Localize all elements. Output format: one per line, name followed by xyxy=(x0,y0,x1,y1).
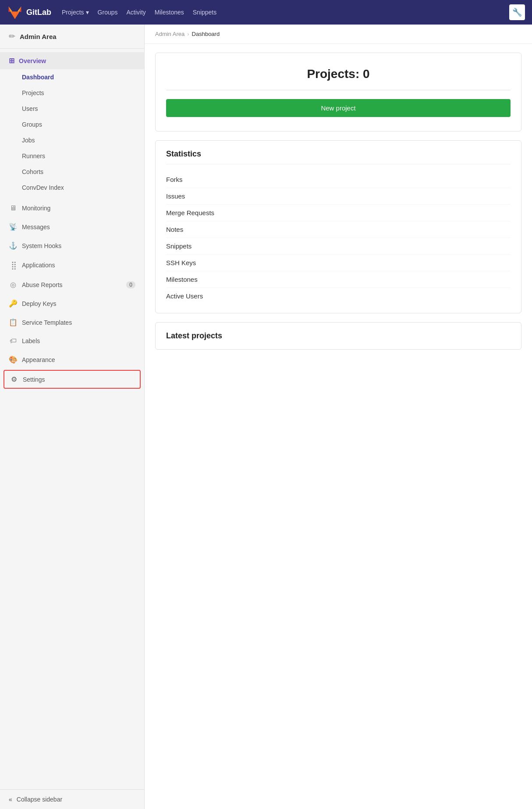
projects-count: Projects: 0 xyxy=(166,67,511,81)
sidebar-item-service-templates[interactable]: 📋 Service Templates xyxy=(0,313,144,332)
chevron-down-icon: ▾ xyxy=(86,9,89,16)
overview-icon: ⊞ xyxy=(9,57,14,65)
sidebar-item-settings[interactable]: ⚙ Settings xyxy=(4,370,141,389)
sidebar-item-applications[interactable]: ⣿ Applications xyxy=(0,255,144,275)
breadcrumb-separator: › xyxy=(187,31,189,37)
breadcrumb-current: Dashboard xyxy=(192,31,220,37)
sidebar-item-users[interactable]: Users xyxy=(0,101,144,117)
sidebar-item-labels[interactable]: 🏷 Labels xyxy=(0,332,144,350)
projects-divider xyxy=(166,90,511,90)
stats-item-notes[interactable]: Notes xyxy=(166,221,511,238)
sidebar-item-cohorts[interactable]: Cohorts xyxy=(0,164,144,180)
service-templates-icon: 📋 xyxy=(9,318,18,326)
sidebar-item-groups[interactable]: Groups xyxy=(0,117,144,132)
labels-icon: 🏷 xyxy=(9,337,18,345)
admin-icon: ✏ xyxy=(9,32,15,41)
sidebar-item-system-hooks[interactable]: ⚓ System Hooks xyxy=(0,236,144,255)
sidebar-item-appearance[interactable]: 🎨 Appearance xyxy=(0,350,144,369)
sidebar: ✏ Admin Area ⊞ Overview Dashboard Projec… xyxy=(0,25,145,809)
nav-snippets[interactable]: Snippets xyxy=(193,9,216,16)
breadcrumb-admin-link[interactable]: Admin Area xyxy=(155,31,184,37)
sidebar-item-jobs[interactable]: Jobs xyxy=(0,132,144,148)
new-project-button[interactable]: New project xyxy=(166,99,511,117)
stats-item-active-users[interactable]: Active Users xyxy=(166,288,511,304)
appearance-icon: 🎨 xyxy=(9,355,18,364)
sidebar-item-runners[interactable]: Runners xyxy=(0,148,144,164)
settings-icon: ⚙ xyxy=(10,375,18,383)
sidebar-item-abuse-reports[interactable]: ◎ Abuse Reports 0 xyxy=(0,275,144,294)
breadcrumb: Admin Area › Dashboard xyxy=(145,25,532,44)
sidebar-overview-header[interactable]: ⊞ Overview xyxy=(0,52,144,69)
sidebar-item-projects[interactable]: Projects xyxy=(0,85,144,101)
statistics-title: Statistics xyxy=(166,149,511,164)
stats-item-merge-requests[interactable]: Merge Requests xyxy=(166,205,511,221)
sidebar-item-convdev-index[interactable]: ConvDev Index xyxy=(0,180,144,195)
sidebar-item-dashboard[interactable]: Dashboard xyxy=(0,69,144,85)
nav-milestones[interactable]: Milestones xyxy=(155,9,184,16)
sidebar-admin-header: ✏ Admin Area xyxy=(0,25,144,49)
gitlab-logo[interactable]: GitLab xyxy=(7,4,51,20)
admin-wrench-button[interactable]: 🔧 xyxy=(509,4,525,20)
sidebar-admin-title: Admin Area xyxy=(20,33,57,40)
messages-icon: 📡 xyxy=(9,223,18,231)
main-layout: ✏ Admin Area ⊞ Overview Dashboard Projec… xyxy=(0,25,532,809)
abuse-reports-icon: ◎ xyxy=(9,280,18,289)
projects-card: Projects: 0 New project xyxy=(155,53,521,131)
sidebar-item-messages[interactable]: 📡 Messages xyxy=(0,217,144,236)
topnav-links: Projects ▾ Groups Activity Milestones Sn… xyxy=(62,9,216,16)
stats-item-milestones[interactable]: Milestones xyxy=(166,271,511,288)
stats-item-ssh-keys[interactable]: SSH Keys xyxy=(166,255,511,271)
latest-projects-title: Latest projects xyxy=(166,331,511,341)
system-hooks-icon: ⚓ xyxy=(9,241,18,250)
sidebar-section-overview: ⊞ Overview Dashboard Projects Users Grou… xyxy=(0,49,144,199)
nav-groups[interactable]: Groups xyxy=(98,9,118,16)
gitlab-logo-text: GitLab xyxy=(26,8,51,17)
topnav-right: 🔧 xyxy=(509,4,525,20)
sidebar-item-monitoring[interactable]: 🖥 Monitoring xyxy=(0,199,144,217)
latest-projects-card: Latest projects xyxy=(155,322,521,350)
nav-activity[interactable]: Activity xyxy=(127,9,146,16)
top-navigation: GitLab Projects ▾ Groups Activity Milest… xyxy=(0,0,532,25)
stats-item-issues[interactable]: Issues xyxy=(166,188,511,205)
stats-item-forks[interactable]: Forks xyxy=(166,171,511,188)
sidebar-item-deploy-keys[interactable]: 🔑 Deploy Keys xyxy=(0,294,144,313)
main-content: Admin Area › Dashboard Projects: 0 New p… xyxy=(145,25,532,809)
sidebar-collapse-button[interactable]: « Collapse sidebar xyxy=(0,789,144,809)
monitoring-icon: 🖥 xyxy=(9,204,18,212)
collapse-icon: « xyxy=(9,796,12,803)
gitlab-fox-icon xyxy=(7,4,23,20)
deploy-keys-icon: 🔑 xyxy=(9,299,18,308)
abuse-reports-badge: 0 xyxy=(126,281,135,288)
statistics-card: Statistics Forks Issues Merge Requests N… xyxy=(155,140,521,313)
nav-projects[interactable]: Projects ▾ xyxy=(62,9,89,16)
stats-item-snippets[interactable]: Snippets xyxy=(166,238,511,255)
applications-icon: ⣿ xyxy=(9,260,18,270)
